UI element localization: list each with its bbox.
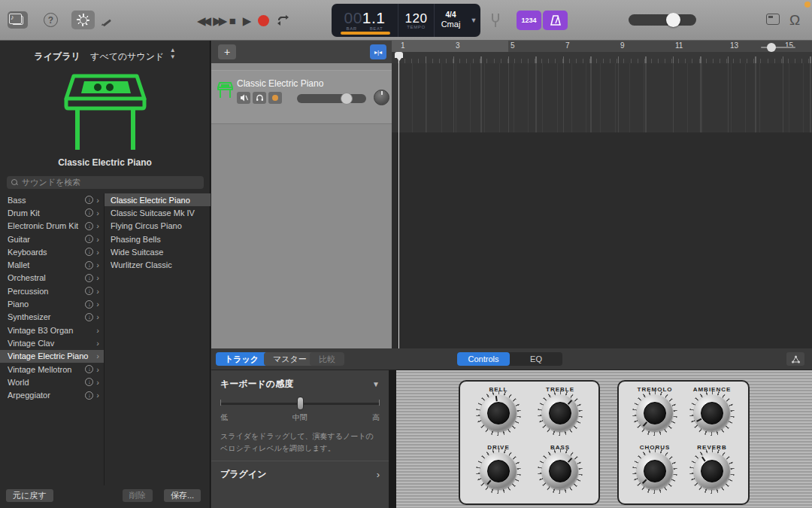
fast-forward-button[interactable]: ▶▶ (213, 15, 222, 26)
download-icon[interactable]: ↓ (85, 300, 93, 309)
horizontal-zoom-slider[interactable] (761, 47, 795, 48)
lcd-display[interactable]: 001.1 BARBEAT 120 TEMPO 4/4 Cmaj ▼ (332, 4, 480, 37)
tab-master[interactable]: マスター (264, 352, 316, 366)
track-volume-knob[interactable] (341, 93, 353, 105)
patch-row[interactable]: Classic Electric Piano (105, 193, 211, 206)
lcd-key-signature[interactable]: 4/4 Cmaj (434, 4, 467, 37)
master-volume-knob[interactable] (666, 13, 680, 27)
track-header[interactable]: Classic Electric Piano (211, 70, 392, 124)
tuning-fork-icon[interactable] (489, 12, 502, 29)
download-icon[interactable]: ↓ (85, 274, 93, 282)
controls-layout-icon[interactable] (786, 352, 804, 366)
catch-playhead-button[interactable]: ▸|◂ (370, 44, 386, 59)
collapse-chevron-icon[interactable]: ▼ (372, 380, 380, 388)
category-row[interactable]: World↓› (0, 376, 104, 388)
add-track-button[interactable]: + (218, 44, 236, 59)
rewind-button[interactable]: ◀◀ (197, 15, 206, 26)
category-row[interactable]: Electronic Drum Kit↓› (0, 220, 104, 233)
metronome-button[interactable] (543, 11, 568, 30)
display-icon[interactable] (766, 14, 780, 25)
plugins-row[interactable]: プラグイン › (220, 468, 380, 481)
category-row[interactable]: Keyboards↓› (0, 245, 104, 258)
track-lane[interactable] (392, 63, 812, 132)
bass-knob[interactable] (542, 453, 578, 489)
category-row[interactable]: Guitar↓› (0, 233, 104, 245)
download-icon[interactable]: ↓ (85, 248, 93, 256)
record-button[interactable] (258, 15, 269, 26)
revert-button[interactable]: 元に戻す (6, 489, 53, 502)
patch-row[interactable]: Wurlitzer Classic (105, 258, 211, 271)
bell-knob[interactable] (480, 395, 517, 431)
patch-row[interactable]: Classic Suitcase Mk IV (105, 206, 211, 219)
download-icon[interactable]: ↓ (85, 287, 93, 295)
category-row[interactable]: Piano↓› (0, 297, 104, 310)
delete-button[interactable]: 削除 (123, 489, 153, 502)
download-icon[interactable]: ↓ (85, 391, 93, 400)
lcd-chevron-down-icon[interactable]: ▼ (467, 4, 480, 37)
tab-track[interactable]: トラック (216, 352, 268, 366)
quick-help-icon[interactable]: Ω (786, 11, 804, 30)
download-icon[interactable]: ↓ (85, 378, 93, 386)
drive-knob[interactable] (480, 453, 517, 489)
category-row[interactable]: Vintage Clav› (0, 336, 104, 349)
playhead-pin[interactable] (395, 52, 403, 62)
tab-controls[interactable]: Controls (457, 352, 510, 366)
tab-eq[interactable]: EQ (510, 352, 562, 366)
category-row[interactable]: Orchestral↓› (0, 272, 104, 284)
category-row[interactable]: Vintage Electric Piano› (0, 350, 104, 363)
download-icon[interactable]: ↓ (85, 222, 93, 230)
empty-lane-area[interactable] (392, 132, 812, 348)
category-row[interactable]: Bass↓› (0, 193, 104, 206)
mute-button[interactable] (237, 92, 250, 104)
filter-stepper-icon[interactable]: ▲▼ (170, 47, 176, 60)
category-row[interactable]: Vintage Mellotron↓› (0, 363, 104, 376)
category-row[interactable]: Mallet↓› (0, 258, 104, 271)
pan-knob[interactable] (374, 90, 389, 105)
ambience-knob[interactable] (694, 395, 730, 431)
help-icon[interactable]: ? (44, 13, 58, 27)
track-name[interactable]: Classic Electric Piano (237, 78, 323, 89)
tuner-button[interactable] (71, 11, 95, 29)
patch-label: Classic Electric Piano (111, 196, 206, 205)
category-row[interactable]: Synthesizer↓› (0, 311, 104, 324)
cycle-button[interactable] (276, 15, 290, 26)
category-label: World (8, 378, 85, 387)
timeline-ruler[interactable]: 13579111315 (392, 41, 812, 63)
sensitivity-knob[interactable] (297, 397, 304, 410)
download-icon[interactable]: ↓ (85, 196, 93, 204)
track-volume-slider[interactable] (297, 94, 366, 103)
input-monitor-button[interactable] (268, 92, 282, 104)
sound-search-input[interactable]: サウンドを検索 (7, 176, 204, 189)
library-toggle-button[interactable] (8, 11, 28, 29)
download-icon[interactable]: ↓ (85, 208, 93, 217)
download-icon[interactable]: ↓ (85, 365, 93, 373)
library-filter-select[interactable]: すべてのサウンド (90, 51, 164, 62)
lcd-tempo[interactable]: 120 TEMPO (398, 4, 434, 37)
patch-row[interactable]: Flying Circus Piano (105, 220, 211, 233)
compare-button[interactable]: 比較 (310, 352, 344, 366)
download-icon[interactable]: ↓ (85, 313, 93, 321)
download-icon[interactable]: ↓ (85, 261, 93, 269)
zoom-knob[interactable] (767, 43, 776, 52)
patch-row[interactable]: Wide Suitcase (105, 245, 211, 258)
master-volume-slider[interactable] (629, 14, 696, 26)
category-row[interactable]: Percussion↓› (0, 284, 104, 297)
playhead-line[interactable] (398, 52, 399, 348)
treble-knob[interactable] (542, 395, 578, 431)
category-row[interactable]: Arpeggiator↓› (0, 388, 104, 401)
chorus-knob[interactable] (637, 453, 673, 489)
solo-button[interactable] (253, 92, 266, 104)
reverb-knob[interactable] (694, 453, 730, 489)
category-row[interactable]: Drum Kit↓› (0, 206, 104, 219)
save-button[interactable]: 保存... (164, 489, 201, 502)
stop-button[interactable]: ■ (229, 15, 236, 26)
pencil-icon[interactable] (98, 13, 114, 28)
count-in-button[interactable]: 1234 (517, 11, 541, 30)
play-button[interactable]: ▶ (243, 15, 252, 26)
sensitivity-slider[interactable] (220, 403, 380, 405)
download-icon[interactable]: ↓ (85, 235, 93, 243)
category-row[interactable]: Vintage B3 Organ› (0, 324, 104, 336)
category-label: Piano (8, 300, 85, 309)
patch-row[interactable]: Phasing Bells (105, 233, 211, 245)
tremolo-knob[interactable] (637, 395, 673, 431)
